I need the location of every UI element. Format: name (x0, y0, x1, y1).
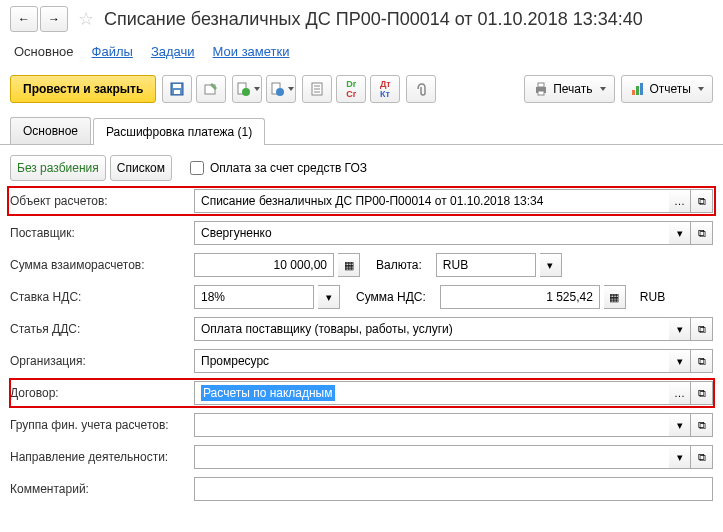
attach-button[interactable] (406, 75, 436, 103)
object-label: Объект расчетов: (10, 194, 190, 208)
page-title: Списание безналичных ДС ПР00-П00014 от 0… (104, 9, 643, 30)
create-based-button[interactable] (232, 75, 262, 103)
vatsum-label: Сумма НДС: (356, 290, 426, 304)
link-notes[interactable]: Мои заметки (213, 44, 290, 59)
svg-point-5 (242, 88, 250, 96)
currency-input[interactable] (436, 253, 536, 277)
svg-rect-14 (538, 91, 544, 95)
link-files[interactable]: Файлы (92, 44, 133, 59)
vatsum-calc[interactable]: ▦ (604, 285, 626, 309)
fingroup-dropdown[interactable]: ▾ (669, 413, 691, 437)
post-button[interactable] (196, 75, 226, 103)
object-open[interactable]: ⧉ (691, 189, 713, 213)
printer-icon (533, 81, 549, 97)
nav-back-button[interactable]: ← (10, 6, 38, 32)
direction-input[interactable] (194, 445, 669, 469)
nav-forward-button[interactable]: → (40, 6, 68, 32)
doc-button-1[interactable] (302, 75, 332, 103)
org-open[interactable]: ⧉ (691, 349, 713, 373)
contract-label: Договор: (10, 386, 190, 400)
sum-input[interactable] (194, 253, 334, 277)
org-input[interactable] (194, 349, 669, 373)
fingroup-open[interactable]: ⧉ (691, 413, 713, 437)
dds-input[interactable] (194, 317, 669, 341)
contract-open[interactable]: ⧉ (691, 381, 713, 405)
direction-dropdown[interactable]: ▾ (669, 445, 691, 469)
reports-button[interactable]: Отчеты (621, 75, 713, 103)
doc-lines-icon (309, 81, 325, 97)
dtkt-button[interactable]: ДтКт (370, 75, 400, 103)
post-icon (203, 81, 219, 97)
vatsum-unit: RUB (640, 290, 665, 304)
org-label: Организация: (10, 354, 190, 368)
comment-input[interactable] (194, 477, 713, 501)
dds-open[interactable]: ⧉ (691, 317, 713, 341)
supplier-label: Поставщик: (10, 226, 190, 240)
currency-label: Валюта: (376, 258, 422, 272)
dds-label: Статья ДДС: (10, 322, 190, 336)
svg-rect-2 (174, 90, 180, 94)
paperclip-icon (413, 81, 429, 97)
svg-point-7 (276, 88, 284, 96)
submit-close-button[interactable]: Провести и закрыть (10, 75, 156, 103)
chart-icon (630, 81, 646, 97)
list-button[interactable]: Списком (110, 155, 172, 181)
svg-rect-15 (632, 90, 635, 95)
print-button[interactable]: Печать (524, 75, 614, 103)
currency-dropdown[interactable]: ▾ (540, 253, 562, 277)
contract-input[interactable]: Расчеты по накладным (194, 381, 669, 405)
floppy-icon (169, 81, 185, 97)
contract-ellipsis[interactable]: … (669, 381, 691, 405)
vatrate-label: Ставка НДС: (10, 290, 190, 304)
vatrate-input[interactable] (194, 285, 314, 309)
goz-checkbox[interactable] (190, 161, 204, 175)
object-ellipsis[interactable]: … (669, 189, 691, 213)
fingroup-label: Группа фин. учета расчетов: (10, 418, 190, 432)
link-tasks[interactable]: Задачи (151, 44, 195, 59)
goz-checkbox-wrap[interactable]: Оплата за счет средств ГОЗ (190, 161, 367, 175)
tab-detail[interactable]: Расшифровка платежа (1) (93, 118, 265, 145)
svg-rect-13 (538, 83, 544, 87)
sum-label: Сумма взаиморасчетов: (10, 258, 190, 272)
dds-dropdown[interactable]: ▾ (669, 317, 691, 341)
doc-green-icon (235, 81, 251, 97)
favorite-star-icon[interactable]: ☆ (74, 8, 98, 30)
tab-main[interactable]: Основное (10, 117, 91, 144)
drcr-button[interactable]: DrCr (336, 75, 366, 103)
fingroup-input[interactable] (194, 413, 669, 437)
sum-calc[interactable]: ▦ (338, 253, 360, 277)
direction-open[interactable]: ⧉ (691, 445, 713, 469)
svg-rect-1 (173, 84, 181, 88)
supplier-open[interactable]: ⧉ (691, 221, 713, 245)
save-button[interactable] (162, 75, 192, 103)
direction-label: Направление деятельности: (10, 450, 190, 464)
drcr-icon: DrCr (346, 79, 356, 99)
link-main[interactable]: Основное (14, 44, 74, 59)
nobreak-button[interactable]: Без разбиения (10, 155, 106, 181)
related-button[interactable] (266, 75, 296, 103)
dtkt-icon: ДтКт (380, 79, 391, 99)
supplier-input[interactable] (194, 221, 669, 245)
svg-rect-16 (636, 86, 639, 95)
object-input[interactable] (194, 189, 669, 213)
vatsum-input[interactable] (440, 285, 600, 309)
vatrate-dropdown[interactable]: ▾ (318, 285, 340, 309)
supplier-dropdown[interactable]: ▾ (669, 221, 691, 245)
comment-label: Комментарий: (10, 482, 190, 496)
svg-rect-17 (640, 83, 643, 95)
org-dropdown[interactable]: ▾ (669, 349, 691, 373)
doc-blue-icon (269, 81, 285, 97)
